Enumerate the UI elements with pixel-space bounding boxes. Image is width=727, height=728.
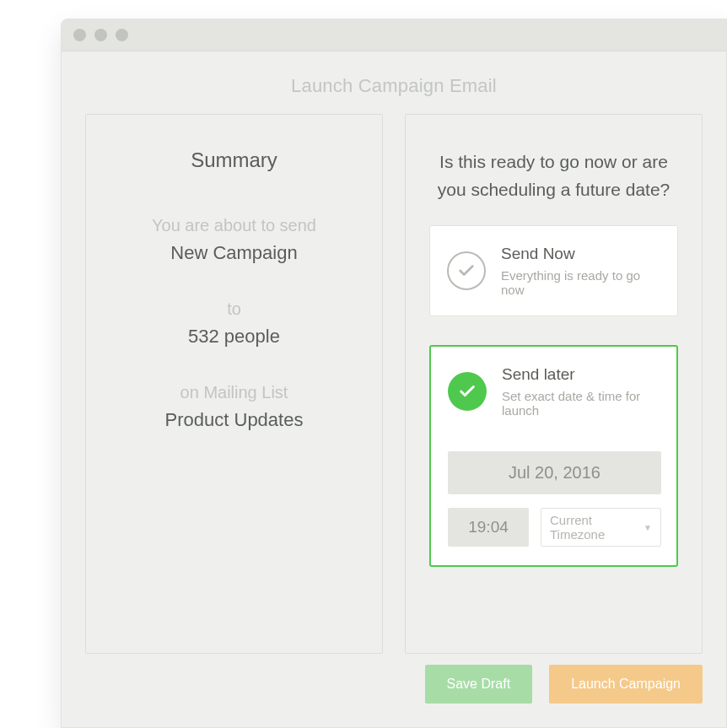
zoom-icon[interactable] <box>116 29 128 41</box>
option-send-later-text: Send later Set exact date & time for lau… <box>502 365 661 418</box>
option-send-now[interactable]: Send Now Everything is ready to go now <box>429 225 678 316</box>
app-window: Launch Campaign Email Summary You are ab… <box>61 19 727 728</box>
summary-to-label: to <box>110 299 358 319</box>
send-later-title: Send later <box>502 365 661 384</box>
save-draft-button[interactable]: Save Draft <box>425 665 533 704</box>
summary-recipient-count: 532 people <box>110 326 358 348</box>
schedule-inputs: Jul 20, 2016 19:04 Current Timezone ▼ <box>448 433 661 547</box>
send-now-subtitle: Everything is ready to go now <box>501 268 662 297</box>
summary-card: Summary You are about to send New Campai… <box>85 114 383 654</box>
launch-campaign-button[interactable]: Launch Campaign <box>549 665 703 704</box>
minimize-icon[interactable] <box>94 29 107 41</box>
schedule-prompt: Is this ready to go now or are you sched… <box>429 148 678 225</box>
timezone-label: Current Timezone <box>550 513 637 542</box>
window-titlebar <box>62 19 726 51</box>
timezone-select[interactable]: Current Timezone ▼ <box>541 508 661 547</box>
summary-heading: Summary <box>110 148 358 172</box>
schedule-card: Is this ready to go now or are you sched… <box>405 114 703 654</box>
checkmark-icon <box>448 372 487 411</box>
footer-actions: Save Draft Launch Campaign <box>425 665 703 704</box>
send-now-title: Send Now <box>501 245 662 263</box>
option-send-later[interactable]: Send later Set exact date & time for lau… <box>429 345 678 567</box>
time-input[interactable]: 19:04 <box>448 508 529 547</box>
close-icon[interactable] <box>73 29 86 41</box>
summary-line-intro: You are about to send <box>110 216 358 235</box>
summary-list-label: on Mailing List <box>110 383 358 402</box>
summary-list-name: Product Updates <box>110 409 358 431</box>
page-title: Launch Campaign Email <box>62 51 726 114</box>
summary-campaign-name: New Campaign <box>110 242 358 264</box>
option-send-now-text: Send Now Everything is ready to go now <box>501 245 662 297</box>
send-later-subtitle: Set exact date & time for launch <box>502 389 661 418</box>
main-content: Summary You are about to send New Campai… <box>62 114 726 654</box>
chevron-down-icon: ▼ <box>644 523 652 532</box>
traffic-lights <box>73 29 128 41</box>
date-input[interactable]: Jul 20, 2016 <box>448 451 661 494</box>
checkmark-icon <box>447 251 486 290</box>
